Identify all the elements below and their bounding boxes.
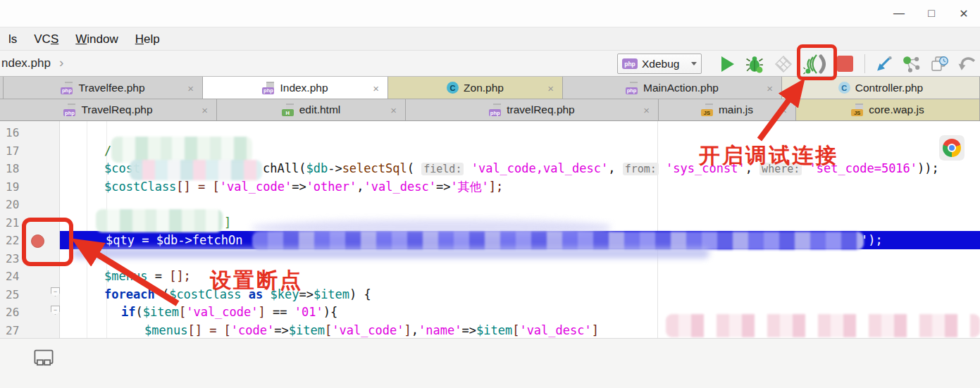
right-margin-guide — [657, 121, 658, 338]
tab-close-icon[interactable]: × — [390, 105, 397, 115]
php-file-icon: php — [489, 104, 502, 116]
annotation-box-listen-icon — [797, 44, 837, 80]
line-number: 24 — [6, 268, 19, 286]
tab-close-icon[interactable]: × — [547, 82, 554, 93]
run-configuration-label: Xdebug — [642, 58, 687, 70]
tab-travelreq-php[interactable]: phptravelReq.php× — [406, 99, 659, 120]
tab-label: main.js — [719, 104, 753, 116]
line-number: 16 — [6, 124, 19, 142]
line-number: 19 — [6, 178, 19, 196]
menu-item-help[interactable]: Help — [127, 32, 168, 46]
code-line: $qty = $db->fetchOn — [106, 232, 242, 250]
menu-item-window[interactable]: Window — [67, 32, 126, 46]
toolbar-separator — [864, 54, 865, 73]
line-number: 27 — [6, 322, 19, 339]
code-line: '); — [861, 232, 883, 250]
indent-guide — [87, 121, 87, 338]
commit-button[interactable] — [900, 54, 922, 74]
tab-zon-php[interactable]: CZon.php× — [388, 77, 563, 99]
php-file-icon: php — [626, 82, 638, 94]
line-number: 25 — [6, 286, 19, 304]
tab-label: edit.html — [299, 104, 341, 116]
php-config-icon: php — [622, 58, 638, 69]
tab-bar-row-2: phpTravelReq.php×Hedit.html×phptravelReq… — [0, 99, 980, 121]
maximize-button[interactable]: □ — [915, 7, 948, 20]
tab-close-icon[interactable]: × — [187, 82, 194, 93]
tab-label: MainAction.php — [643, 82, 719, 94]
annotation-box-breakpoint — [22, 218, 73, 266]
annotation-text-enable-debug: 开启调试连接 — [699, 142, 838, 170]
restore-layout-button[interactable] — [929, 54, 950, 74]
censored-blur — [130, 160, 262, 180]
menu-item-tools-partial[interactable]: ls — [0, 32, 25, 46]
annotation-text-set-breakpoint: 设置断点 — [210, 266, 303, 295]
censored-blur — [96, 209, 223, 232]
js-file-icon: JS — [701, 104, 714, 116]
image-viewer-toolbar: php 中文网 — [0, 338, 980, 388]
code-line: $costClass[] = ['val_code'=>'other','val… — [104, 178, 503, 196]
class-icon: C — [838, 82, 850, 94]
code-line: if($item['val_code'] == '01'){ — [121, 303, 337, 322]
class-icon: C — [447, 82, 459, 94]
line-number: 26 — [6, 303, 19, 322]
titlebar: —□✕ — [0, 0, 980, 27]
run-configuration-select[interactable]: php Xdebug — [617, 54, 702, 74]
breadcrumb-chevron-icon: › — [59, 55, 63, 70]
tab-edit-html[interactable]: Hedit.html× — [217, 99, 406, 120]
tab-mainaction-php[interactable]: phpMainAction.php× — [563, 77, 782, 99]
tab-label: TravelReq.php — [81, 104, 152, 116]
censored-blur — [666, 314, 980, 337]
censored-blur — [111, 137, 252, 163]
tab-label: Index.php — [280, 82, 328, 94]
debug-button[interactable] — [744, 54, 765, 74]
line-number: 22 — [6, 232, 19, 250]
php-file-icon: php — [63, 104, 76, 116]
tab-close-icon[interactable]: × — [767, 82, 773, 93]
minimize-button[interactable]: — — [883, 7, 915, 20]
js-file-icon: JS — [851, 104, 864, 116]
line-number: 18 — [6, 160, 19, 178]
tab-main-js[interactable]: JSmain.js× — [659, 99, 796, 120]
tab-core-wap-js[interactable]: JScore.wap.js — [796, 99, 980, 120]
tab-close-icon[interactable]: × — [781, 105, 787, 115]
code-line: / — [104, 142, 111, 161]
thumbnails-icon[interactable] — [32, 347, 55, 370]
tab-label: Travelfee.php — [78, 82, 144, 94]
chrome-browser-icon[interactable] — [939, 135, 965, 161]
code-line: $menus[] = ['code'=>$item['val_code'],'n… — [144, 322, 599, 339]
censored-blur — [72, 248, 709, 258]
line-number: 21 — [6, 214, 19, 232]
html-file-icon: H — [282, 104, 294, 116]
chevron-down-icon — [691, 62, 697, 65]
tab-index-php[interactable]: phpIndex.php× — [203, 77, 388, 99]
tab-label: core.wap.js — [869, 104, 924, 116]
tab-label: Zon.php — [464, 82, 504, 94]
undo-button[interactable] — [955, 54, 978, 74]
run-button[interactable] — [719, 54, 737, 74]
tab-label: Controller.php — [855, 82, 924, 94]
window-controls: —□✕ — [883, 0, 980, 27]
line-number: 17 — [6, 142, 19, 161]
update-project-button[interactable] — [874, 54, 893, 74]
line-number: 23 — [6, 250, 19, 268]
tab-travelfee-php[interactable]: phpTravelfee.php× — [4, 77, 203, 99]
code-line: $menus = []; — [104, 268, 191, 286]
tab-close-icon[interactable]: × — [643, 105, 650, 115]
menu-item-vcs[interactable]: VCS — [25, 32, 67, 46]
breadcrumb[interactable]: ndex.php — [1, 56, 51, 70]
tab-label: travelReq.php — [507, 104, 575, 116]
coverage-button[interactable] — [774, 54, 793, 74]
tab-close-icon[interactable]: × — [373, 82, 379, 93]
close-button[interactable]: ✕ — [948, 7, 980, 20]
app-window: —□✕ lsVCSWindowHelp ndex.php › php Xdebu… — [0, 0, 980, 388]
code-line: ] — [224, 214, 231, 232]
stop-button[interactable] — [837, 56, 853, 72]
line-number: 20 — [6, 196, 19, 214]
php-file-icon: php — [262, 82, 275, 94]
tab-travelreq-php[interactable]: phpTravelReq.php× — [0, 99, 217, 120]
php-file-icon: php — [61, 82, 73, 94]
tab-close-icon[interactable]: × — [201, 105, 208, 115]
